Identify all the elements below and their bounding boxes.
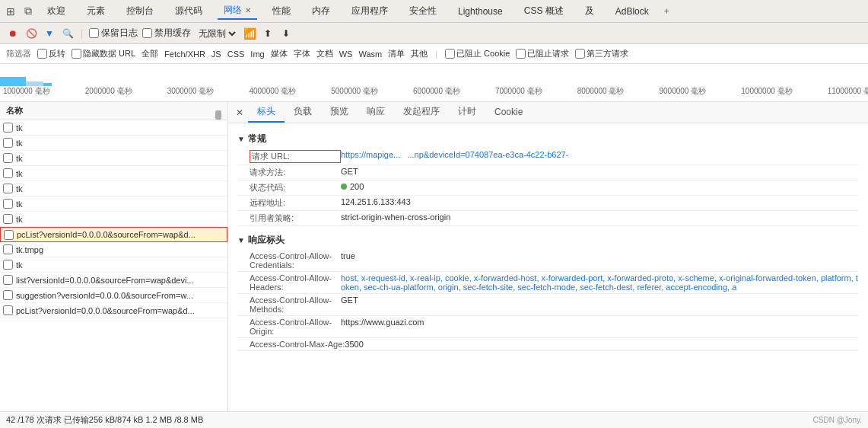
right-panel: ✕ 标头 负载 预览 响应 发起程序 计时 Cookie ▼ 常规 请求 URL… (228, 102, 868, 411)
preserve-log-checkbox[interactable]: 保留日志 (89, 27, 138, 40)
triangle-icon: ▼ (237, 236, 245, 244)
request-url-value: https://mapige... ...np&deviceId=074087e… (341, 150, 568, 159)
tab-cookie[interactable]: Cookie (485, 104, 532, 122)
list-item[interactable]: suggestion?versionId=0.0.0.0&sourceFrom=… (0, 288, 227, 303)
tab-console[interactable]: 控制台 (120, 3, 160, 19)
acah-label: Access-Control-Allow-Headers: (250, 273, 341, 292)
import-button[interactable]: ⬆ (261, 27, 275, 40)
acao-value: https://www.guazi.com (341, 318, 424, 327)
hide-data-urls-checkbox[interactable]: 隐藏数据 URL (72, 48, 135, 59)
tab-performance[interactable]: 性能 (266, 3, 297, 19)
timeline-label-4: 4000000 毫秒 (249, 86, 296, 97)
status-dot-icon (341, 184, 347, 190)
timeline-labels: 1000000 毫秒 2000000 毫秒 3000000 毫秒 4000000… (3, 85, 868, 98)
timeline-waterfall (0, 71, 868, 86)
tab-welcome[interactable]: 欢迎 (41, 3, 72, 19)
filter-font[interactable]: 字体 (294, 48, 310, 59)
acao-row: Access-Control-Allow-Origin: https://www… (237, 316, 859, 338)
third-party-checkbox[interactable]: 第三方请求 (575, 48, 628, 59)
list-item[interactable]: tk.tmpg (0, 242, 227, 257)
tab-application[interactable]: 应用程序 (345, 3, 394, 19)
timeline-label-11: 11000000 毫 (828, 86, 868, 97)
list-item[interactable]: tk (0, 120, 227, 136)
filter-css[interactable]: CSS (227, 50, 245, 59)
list-item[interactable]: tk (0, 212, 227, 227)
acac-row: Access-Control-Allow-Credentials: true (237, 250, 859, 272)
tab-response[interactable]: 响应 (358, 102, 394, 123)
blocked-requests-checkbox[interactable]: 已阻止请求 (516, 48, 569, 59)
filter-toggle-button[interactable]: ▼ (43, 27, 56, 40)
wifi-icon: 📶 (243, 27, 256, 40)
referrer-policy-row: 引用者策略: strict-origin-when-cross-origin (237, 211, 859, 226)
list-item[interactable]: tk (0, 196, 227, 212)
record-button[interactable]: ⏺ (6, 27, 20, 40)
triangle-icon: ▼ (237, 135, 245, 143)
filter-all[interactable]: 全部 (141, 48, 158, 59)
add-tab-button[interactable]: + (664, 6, 669, 17)
filter-doc[interactable]: 文档 (316, 48, 333, 59)
tab-elements[interactable]: 元素 (81, 3, 111, 19)
network-toolbar: ⏺ 🚫 ▼ 🔍 | 保留日志 禁用缓存 无限制 📶 ⬆ ⬇ (0, 23, 868, 44)
filter-js[interactable]: JS (211, 50, 221, 59)
separator1: | (81, 28, 83, 39)
search-button[interactable]: 🔍 (61, 27, 75, 40)
referrer-policy-label: 引用者策略: (250, 212, 341, 224)
list-item[interactable]: tk (0, 151, 227, 166)
filter-manifest[interactable]: 清单 (388, 48, 405, 59)
export-button[interactable]: ⬇ (279, 27, 293, 40)
status-code-label: 状态代码: (250, 182, 341, 193)
acma-row: Access-Control-Max-Age: 3500 (237, 338, 859, 351)
list-item[interactable]: tk (0, 136, 227, 151)
list-item[interactable]: tk (0, 181, 227, 196)
timeline-label-8: 8000000 毫秒 (577, 86, 625, 97)
tab-headers[interactable]: 标头 (248, 102, 285, 123)
filter-fetch-xhr[interactable]: Fetch/XHR (164, 50, 205, 59)
list-item[interactable]: tk (0, 257, 227, 273)
tab-css-overview[interactable]: CSS 概述 (518, 3, 570, 19)
invert-filter-checkbox[interactable]: 反转 (37, 48, 65, 59)
remote-address-label: 远程地址: (250, 197, 341, 209)
tab-memory[interactable]: 内存 (306, 3, 336, 19)
throttle-select[interactable]: 无限制 (196, 27, 238, 40)
filter-img[interactable]: Img (250, 50, 264, 59)
filter-wasm[interactable]: Wasm (358, 50, 382, 59)
tab-timing[interactable]: 计时 (449, 102, 485, 123)
tab-security[interactable]: 安全性 (403, 3, 443, 19)
timeline-label-3: 3000000 毫秒 (167, 86, 215, 97)
tab-preview[interactable]: 预览 (321, 102, 358, 123)
network-list[interactable]: tk tk tk tk tk tk tk pcList?ve (0, 120, 227, 411)
main-content: 名称 tk tk tk tk tk tk tk (0, 102, 868, 411)
timeline-label-5: 5000000 毫秒 (331, 86, 378, 97)
tab-payload[interactable]: 负载 (285, 102, 321, 123)
tab-adblock[interactable]: AdBlock (609, 5, 655, 18)
general-section-header[interactable]: ▼ 常规 (237, 129, 859, 149)
acac-value: true (341, 251, 355, 260)
tab-new-icon[interactable]: ⊞ (6, 5, 15, 18)
tab-lighthouse[interactable]: Lighthouse (452, 5, 509, 18)
status-text: 42 /178 次请求 已传输256 kB/874 kB 1.2 MB /8.8… (6, 414, 203, 426)
list-item[interactable]: tk (0, 166, 227, 181)
remote-address-row: 远程地址: 124.251.6.133:443 (237, 196, 859, 211)
clear-button[interactable]: 🚫 (24, 27, 38, 40)
list-item[interactable]: pcList?versionId=0.0.0.0&sourceFrom=wap&… (0, 303, 227, 318)
filter-other[interactable]: 其他 (411, 48, 428, 59)
close-network-tab-icon[interactable]: ✕ (245, 6, 251, 14)
tab-initiator[interactable]: 发起程序 (394, 102, 449, 123)
main-tabs-bar: ⊞ ⧉ 欢迎 元素 控制台 源代码 网络 ✕ 性能 内存 应用程序 安全性 Li… (0, 0, 868, 23)
tab-network[interactable]: 网络 ✕ (218, 2, 257, 20)
disable-cache-checkbox[interactable]: 禁用缓存 (142, 27, 191, 40)
tab-ji[interactable]: 及 (579, 3, 600, 19)
timeline-label-1: 1000000 毫秒 (3, 86, 50, 97)
highlighted-list-item[interactable]: pcList?versionId=0.0.0.0&sourceFrom=wap&… (0, 227, 227, 242)
tab-sources[interactable]: 源代码 (169, 3, 208, 19)
blocked-cookies-checkbox[interactable]: 已阻止 Cookie (445, 48, 510, 59)
acac-label: Access-Control-Allow-Credentials: (250, 251, 341, 270)
tab-duplicate-icon[interactable]: ⧉ (24, 5, 32, 18)
list-item[interactable]: list?versionId=0.0.0.0&sourceFrom=wap&de… (0, 273, 227, 288)
filter-media[interactable]: 媒体 (271, 48, 288, 59)
scroll-handle[interactable] (215, 110, 221, 120)
response-headers-section-header[interactable]: ▼ 响应标头 (237, 231, 859, 250)
filter-label: 筛选器 (6, 48, 31, 59)
filter-ws[interactable]: WS (339, 50, 353, 59)
close-detail-button[interactable]: ✕ (231, 104, 248, 121)
